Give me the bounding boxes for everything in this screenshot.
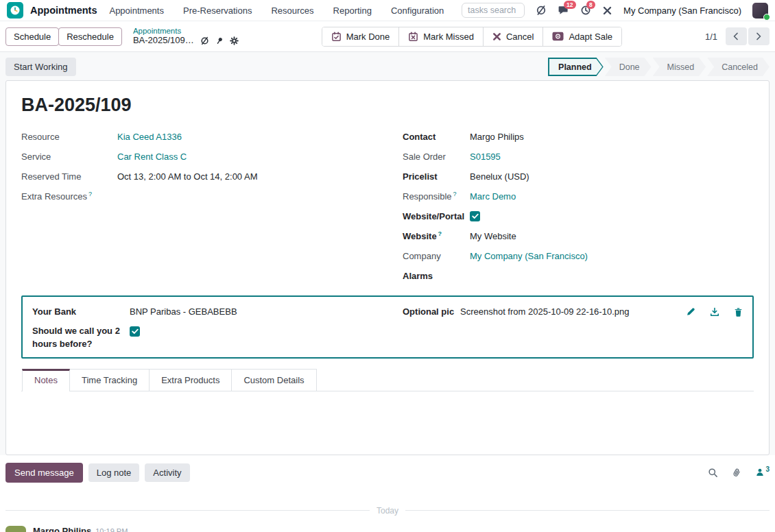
send-message-button[interactable]: Send message xyxy=(5,463,83,483)
tab-extra-products[interactable]: Extra Products xyxy=(149,369,232,391)
messages-icon[interactable]: 12 xyxy=(558,5,569,16)
search-messages-icon[interactable] xyxy=(708,468,718,478)
field-sale-order: Sale Order S01595 xyxy=(403,147,754,167)
pager-previous-button[interactable] xyxy=(726,27,747,45)
followers-count: 3 xyxy=(765,466,770,473)
website-value[interactable]: My Website xyxy=(470,231,516,241)
trash-icon[interactable] xyxy=(734,307,743,317)
calendar-check-icon xyxy=(331,32,342,42)
optional-pic-filename[interactable]: Screenshot from 2025-10-09 22-16-10.png xyxy=(460,306,629,317)
field-responsible: Responsible? Marc Demo xyxy=(403,186,754,206)
resource-link[interactable]: Kia Ceed A1336 xyxy=(117,132,182,142)
download-icon[interactable] xyxy=(710,307,719,317)
attachments-paperclip-icon[interactable] xyxy=(732,468,741,478)
fields-column-left: Resource Kia Ceed A1336 Service Car Rent… xyxy=(21,127,372,286)
website-portal-checkbox[interactable] xyxy=(470,211,480,221)
adapt-sale-button[interactable]: Adapt Sale xyxy=(542,27,621,46)
pager: 1/1 xyxy=(705,27,770,45)
custom-fields-highlight-box: Your Bank BNP Paribas - GEBABEBB Should … xyxy=(21,295,754,359)
pager-next-button[interactable] xyxy=(748,27,770,45)
x-icon xyxy=(492,32,501,41)
service-link[interactable]: Car Rent Class C xyxy=(117,152,187,162)
record-title: BA-2025/109 xyxy=(21,95,754,116)
help-icon: ? xyxy=(88,191,92,197)
form-sheet: BA-2025/109 Resource Kia Ceed A1336 Serv… xyxy=(5,80,770,455)
menu-resources[interactable]: Resources xyxy=(271,5,313,16)
company-link[interactable]: My Company (San Francisco) xyxy=(470,251,588,261)
field-service: Service Car Rent Class C xyxy=(21,147,372,167)
main-menu: Appointments Pre-Reservations Resources … xyxy=(109,5,444,16)
field-pricelist: Pricelist Benelux (USD) xyxy=(403,167,754,186)
calendar-x-icon xyxy=(408,32,418,42)
form-statusbar: Start Working Planned Done Missed Cancel… xyxy=(5,52,770,80)
field-resource: Resource Kia Ceed A1336 xyxy=(21,127,372,147)
field-optional-pic: Optional pic Screenshot from 2025-10-09 … xyxy=(403,302,743,322)
money-bill-icon xyxy=(552,32,564,41)
field-website: Website? My Website xyxy=(403,226,754,246)
help-icon: ? xyxy=(453,191,457,197)
chatter-toolbar: Send message Log note Activity 3 xyxy=(0,455,775,489)
menu-configuration[interactable]: Configuration xyxy=(391,5,444,16)
your-bank-value[interactable]: BNP Paribas - GEBABEBB xyxy=(130,306,237,317)
schedule-button-group: Schedule Reschedule xyxy=(5,27,122,46)
responsible-link[interactable]: Marc Demo xyxy=(470,191,516,202)
call-before-checkbox[interactable] xyxy=(130,326,140,337)
record-sync-icon[interactable] xyxy=(200,36,209,45)
field-contact: Contact Margo Philips xyxy=(403,127,754,147)
activities-badge: 8 xyxy=(586,1,595,9)
stage-planned[interactable]: Planned xyxy=(548,58,604,76)
tools-icon[interactable] xyxy=(602,5,612,16)
user-avatar[interactable] xyxy=(752,3,768,19)
field-your-bank: Your Bank BNP Paribas - GEBABEBB xyxy=(32,302,372,322)
menu-reporting[interactable]: Reporting xyxy=(333,5,372,16)
activities-clock-icon[interactable]: 8 xyxy=(580,5,591,16)
menu-pre-reservations[interactable]: Pre-Reservations xyxy=(183,5,252,16)
field-call-before: Should we call you 2 hours before? xyxy=(32,324,372,351)
field-alarms: Alarms xyxy=(403,266,754,286)
stage-missed[interactable]: Missed xyxy=(653,58,706,76)
mark-missed-button[interactable]: Mark Missed xyxy=(398,27,483,46)
gear-icon[interactable] xyxy=(230,36,239,45)
fields-column-right: Contact Margo Philips Sale Order S01595 … xyxy=(403,127,754,286)
reserved-time-value[interactable]: Oct 13, 2:00 AM to Oct 14, 2:00 AM xyxy=(117,171,258,182)
sync-icon[interactable] xyxy=(536,5,547,16)
notebook-tabs: Notes Time Tracking Extra Products Custo… xyxy=(21,369,754,391)
message-author[interactable]: Margo Philips xyxy=(33,526,91,532)
help-icon: ? xyxy=(438,230,442,237)
message-time: 10:19 PM xyxy=(95,527,128,532)
menu-appointments[interactable]: Appointments xyxy=(109,5,164,16)
field-reserved-time: Reserved Time Oct 13, 2:00 AM to Oct 14,… xyxy=(21,167,372,186)
stage-pipeline: Planned Done Missed Canceled xyxy=(547,58,770,76)
edit-pencil-icon[interactable] xyxy=(686,307,695,317)
tab-time-tracking[interactable]: Time Tracking xyxy=(69,369,150,391)
log-note-button[interactable]: Log note xyxy=(88,463,140,482)
pricelist-value[interactable]: Benelux (USD) xyxy=(470,171,529,182)
online-status-dot xyxy=(763,14,770,21)
app-brand[interactable]: Appointments xyxy=(30,5,97,16)
chatter-message: M Margo Philips 10:19 PM New appointment xyxy=(5,526,770,532)
start-working-button[interactable]: Start Working xyxy=(5,58,76,76)
mark-done-button[interactable]: Mark Done xyxy=(322,27,399,46)
sale-order-link[interactable]: S01595 xyxy=(470,152,501,162)
followers-icon[interactable]: 3 xyxy=(755,468,770,477)
pin-icon[interactable] xyxy=(215,36,224,45)
stage-done[interactable]: Done xyxy=(605,58,652,76)
messages-badge: 12 xyxy=(564,1,575,9)
pager-value: 1/1 xyxy=(705,32,717,42)
field-company: Company My Company (San Francisco) xyxy=(403,246,754,266)
contact-value[interactable]: Margo Philips xyxy=(470,132,524,142)
control-panel: Schedule Reschedule Appointments BA-2025… xyxy=(0,21,775,52)
tasks-search-input[interactable] xyxy=(462,3,525,18)
tab-custom-details[interactable]: Custom Details xyxy=(231,369,316,391)
company-switcher[interactable]: My Company (San Francisco) xyxy=(623,5,741,16)
appointments-app-icon[interactable] xyxy=(7,2,23,19)
activity-button[interactable]: Activity xyxy=(145,463,189,482)
cancel-button[interactable]: Cancel xyxy=(483,27,542,46)
notes-tab-content[interactable] xyxy=(21,391,754,455)
record-action-buttons: Mark Done Mark Missed Cancel xyxy=(322,27,622,47)
tab-notes[interactable]: Notes xyxy=(22,369,70,391)
clock-glyph xyxy=(10,5,21,16)
stage-canceled[interactable]: Canceled xyxy=(707,58,770,76)
reschedule-button[interactable]: Reschedule xyxy=(58,27,122,46)
schedule-button[interactable]: Schedule xyxy=(5,27,59,46)
